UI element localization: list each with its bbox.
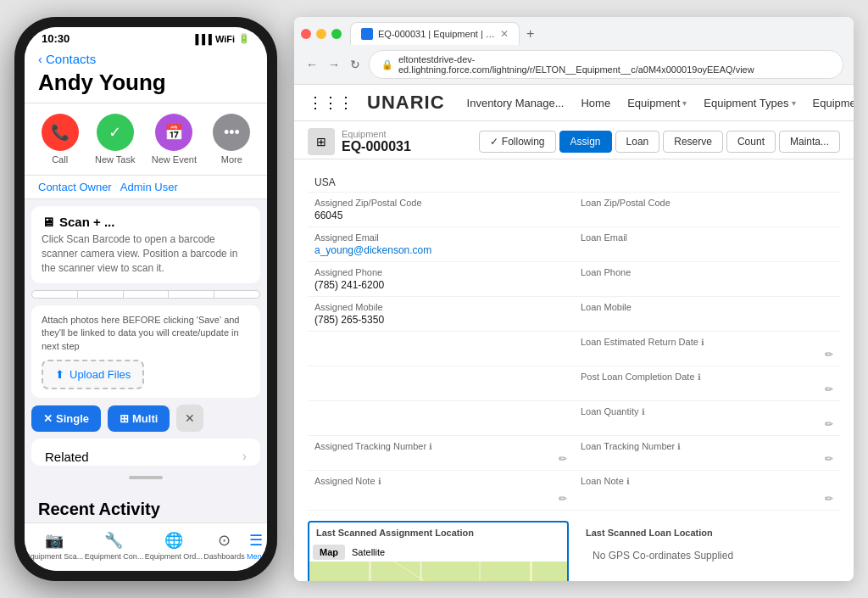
upload-files-button[interactable]: ⬆ Upload Files [42, 360, 144, 389]
call-button[interactable]: 📞 Call [42, 114, 79, 165]
tab-assign[interactable]: Assign [78, 291, 124, 299]
svg-rect-9 [369, 562, 371, 581]
nav-equipment-con[interactable]: 🔧 Equipment Con... [85, 530, 144, 561]
scan-title: 🖥 Scan + ... [42, 215, 250, 229]
assigned-tracking-edit-icon[interactable]: ✏ [559, 453, 567, 465]
upload-section: Attach photos here BEFORE clicking 'Save… [31, 305, 260, 398]
loan-est-return-edit-icon[interactable]: ✏ [825, 349, 833, 360]
back-label: Contacts [46, 52, 96, 66]
grid-menu-icon[interactable]: ⋮⋮⋮ [308, 93, 353, 112]
equipment-icon: ⊞ [308, 128, 335, 155]
active-browser-tab[interactable]: EQ-000031 | Equipment | Sal... ✕ [350, 22, 520, 45]
back-nav-button[interactable]: ← [304, 56, 320, 73]
loan-location-box: Last Scanned Loan Location No GPS Co-ord… [579, 521, 840, 581]
maintain-button[interactable]: Mainta... [779, 131, 840, 153]
list-section: Related › Details › Chatter › [31, 439, 260, 466]
assigned-mobile-value: (785) 265-5350 [314, 314, 567, 326]
nav-equipment-types[interactable]: Equipment Types ▾ [695, 93, 804, 113]
tab-reserve[interactable]: Reserve [124, 291, 170, 299]
nav-menu[interactable]: ☰ Menu [246, 530, 266, 561]
loan-quantity-edit-icon[interactable]: ✏ [825, 418, 833, 430]
nav-inventory[interactable]: Inventory Manage... [459, 93, 573, 113]
nav-home[interactable]: Home [572, 93, 619, 113]
equipment-header-row: ⊞ Equipment EQ-000031 ✓ Following Assign… [294, 121, 854, 159]
tab-ship[interactable]: Ship [214, 291, 259, 299]
loan-note-edit-icon[interactable]: ✏ [825, 493, 833, 505]
phone-screen: 10:30 ▐▐▐ WiFi 🔋 ‹ Contacts Andy Young 📞… [25, 27, 267, 571]
tab-view[interactable]: View [32, 291, 78, 299]
status-icons: ▐▐▐ WiFi 🔋 [192, 33, 250, 44]
country-value: USA [314, 176, 336, 188]
assigned-note-edit-icon[interactable]: ✏ [559, 493, 567, 505]
map-svg: SOUTH SHELL Google + − [309, 562, 567, 581]
equipment-id: EQ-000031 [342, 139, 411, 154]
nav-equipment-scan[interactable]: 📷 Equipment Sca... [25, 530, 84, 561]
assign-button[interactable]: Assign [559, 131, 612, 153]
equipment-ord-icon: 🌐 [164, 530, 184, 550]
browser-chrome: EQ-000031 | Equipment | Sal... ✕ + ← → ↻… [294, 17, 854, 85]
fields-grid: Assigned Zip/Postal Code 66045 Loan Zip/… [308, 193, 840, 511]
window-controls [301, 29, 342, 39]
loan-button[interactable]: Loan [615, 131, 660, 153]
following-button[interactable]: ✓ Following [479, 131, 555, 153]
map-section: Last Scanned Assignment Location Map Sat… [308, 521, 840, 581]
multi-icon: ⊞ [120, 412, 129, 425]
list-item-related[interactable]: Related › [31, 439, 260, 466]
loan-quantity-info-icon: ℹ [642, 407, 645, 416]
map-tab-map[interactable]: Map [313, 545, 345, 560]
tab-loan[interactable]: Loan [169, 291, 214, 299]
minimize-window-button[interactable] [316, 29, 326, 39]
new-task-button[interactable]: ✓ New Task [95, 114, 135, 165]
post-loan-edit-icon[interactable]: ✏ [825, 383, 833, 395]
single-mode-button[interactable]: ✕ Single [31, 405, 101, 432]
more-icon: ••• [213, 114, 250, 151]
more-button[interactable]: ••• More [213, 114, 250, 165]
forward-nav-button[interactable]: → [326, 56, 342, 73]
mode-row: ✕ Single ⊞ Multi ✕ [31, 405, 260, 432]
clear-icon: ✕ [185, 411, 195, 425]
no-gps-message: No GPS Co-ordinates Supplied [586, 543, 833, 568]
event-label: New Event [152, 154, 197, 165]
count-button[interactable]: Count [726, 131, 776, 153]
assigned-note-label: Assigned Note ℹ [314, 476, 567, 486]
nav-dashboards[interactable]: ⊙ Dashboards [203, 530, 245, 561]
nav-equipment[interactable]: Equipment ▾ [619, 93, 695, 113]
field-loan-quantity: Loan Quantity ℹ ✏ [574, 401, 840, 436]
map-tab-satellite[interactable]: Satellite [345, 545, 392, 560]
close-window-button[interactable] [301, 29, 311, 39]
field-assigned-phone: Assigned Phone (785) 241-6200 [308, 262, 574, 297]
maximize-window-button[interactable] [331, 29, 342, 39]
loan-note-label: Loan Note ℹ [581, 476, 833, 486]
nav-equipment-ord[interactable]: 🌐 Equipment Ord... [145, 530, 203, 561]
assignment-map-box: Last Scanned Assignment Location Map Sat… [308, 521, 569, 581]
action-buttons-group: ✓ Following Assign Loan Reserve Count Ma… [479, 131, 840, 153]
field-assigned-zip: Assigned Zip/Postal Code 66045 [308, 193, 574, 227]
assigned-mobile-label: Assigned Mobile [314, 302, 567, 312]
field-loan-zip: Loan Zip/Postal Code [574, 193, 840, 227]
assigned-email-value[interactable]: a_young@dickenson.com [314, 244, 567, 256]
post-loan-label: Post Loan Completion Date ℹ [581, 372, 833, 382]
assigned-email-label: Assigned Email [314, 232, 567, 243]
reserve-button[interactable]: Reserve [663, 131, 723, 153]
assigned-tracking-info-icon: ℹ [429, 442, 432, 451]
back-button[interactable]: ‹ Contacts [38, 52, 253, 66]
reload-button[interactable]: ↻ [348, 56, 362, 73]
new-tab-button[interactable]: + [520, 26, 541, 42]
assigned-phone-value: (785) 241-6200 [314, 279, 567, 291]
url-bar[interactable]: 🔒 eltontestdrive-dev-ed.lightning.force.… [369, 50, 843, 79]
new-event-button[interactable]: 📅 New Event [152, 114, 197, 165]
svg-rect-0 [309, 562, 567, 581]
related-label: Related [45, 450, 89, 464]
multi-mode-button[interactable]: ⊞ Multi [108, 405, 170, 432]
svg-rect-12 [530, 562, 532, 581]
contact-owner-value[interactable]: Admin User [120, 181, 178, 193]
more-label: More [221, 154, 242, 165]
battery-icon: 🔋 [238, 33, 250, 44]
field-post-loan: Post Loan Completion Date ℹ ✏ [574, 366, 840, 401]
close-tab-button[interactable]: ✕ [500, 28, 509, 40]
map-image: SOUTH SHELL Google + − [309, 562, 567, 581]
loan-tracking-edit-icon[interactable]: ✏ [825, 453, 833, 465]
call-icon: 📞 [42, 114, 79, 151]
clear-mode-button[interactable]: ✕ [176, 405, 203, 432]
nav-equipment-calendar[interactable]: Equipment Calendar [804, 93, 854, 113]
